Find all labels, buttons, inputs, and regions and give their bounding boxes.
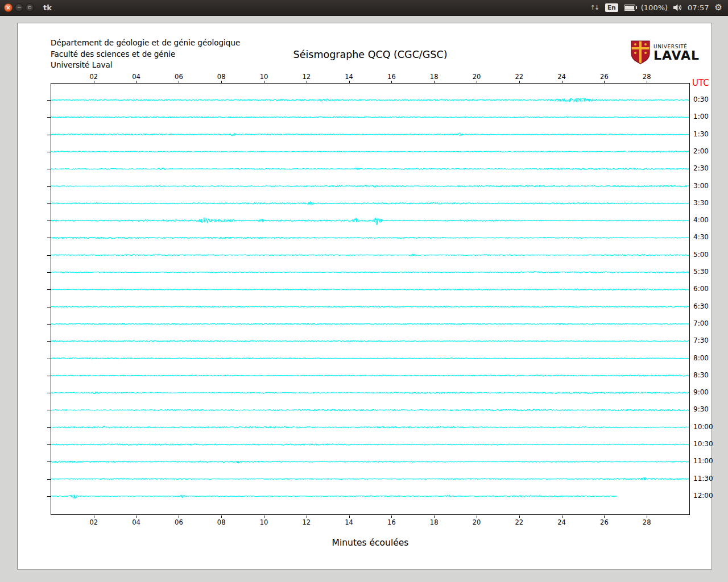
utc-time-label: 5:30 (693, 268, 709, 276)
utc-time-label: 2:30 (693, 164, 709, 172)
x-tick-mark (562, 516, 562, 518)
x-tick-label: 24 (557, 73, 566, 81)
x-tick-mark (349, 516, 350, 518)
trace-tick-mark (47, 376, 51, 376)
volume-icon[interactable] (673, 4, 682, 11)
x-tick-mark (307, 516, 307, 518)
trace-tick-mark (47, 307, 51, 307)
trace-tick-mark (47, 359, 51, 359)
laval-logo: UNIVERSITÉ LAVAL (631, 40, 700, 64)
utc-time-label: 7:00 (693, 319, 709, 327)
trace-tick-mark (47, 169, 51, 169)
utc-time-label: 2:00 (693, 147, 709, 155)
utc-time-label: 12:00 (693, 492, 713, 500)
trace-tick-mark (47, 427, 51, 428)
x-tick-label: 24 (557, 518, 566, 526)
trace-tick-mark (47, 289, 51, 290)
trace-tick-mark (47, 324, 51, 325)
trace-tick-mark (47, 341, 51, 342)
x-tick-mark (434, 81, 435, 83)
x-tick-label: 14 (345, 518, 353, 526)
x-tick-label: 28 (643, 518, 651, 526)
maximize-button[interactable] (26, 3, 34, 12)
trace-tick-mark (47, 100, 51, 101)
battery-percentage: (100%) (641, 3, 668, 12)
utc-time-label: 11:00 (693, 457, 713, 465)
trace-tick-mark (47, 203, 51, 204)
x-tick-mark (94, 516, 94, 518)
page-title: Séismographe QCQ (CGC/GSC) (51, 49, 690, 60)
utc-time-label: 10:30 (693, 440, 713, 448)
utc-time-label: 9:30 (693, 405, 709, 413)
trace-tick-mark (47, 479, 51, 480)
utc-time-label: 8:00 (693, 354, 709, 362)
utc-time-label: 11:30 (693, 475, 713, 483)
utc-time-label: 4:00 (693, 216, 709, 224)
x-tick-label: 02 (89, 73, 98, 81)
x-tick-label: 16 (387, 518, 396, 526)
x-tick-mark (349, 81, 350, 83)
close-button[interactable]: × (4, 3, 13, 12)
trace-tick-mark (47, 238, 51, 238)
x-tick-label: 04 (132, 73, 140, 81)
seismogram-canvas (51, 84, 689, 514)
utc-time-label: 5:00 (693, 251, 709, 259)
x-tick-mark (221, 516, 222, 518)
session-gear-icon[interactable]: ⚙ (715, 3, 722, 12)
clock[interactable]: 07:57 (688, 3, 709, 12)
trace-tick-mark (47, 272, 51, 273)
x-tick-mark (94, 81, 94, 83)
x-tick-label: 20 (473, 73, 481, 81)
utc-label: UTC (692, 78, 709, 88)
x-tick-label: 02 (89, 518, 98, 526)
window-title: tk (43, 3, 52, 12)
laval-shield-icon (631, 40, 650, 64)
x-tick-label: 28 (643, 73, 651, 81)
x-tick-mark (179, 516, 179, 518)
x-tick-mark (477, 81, 477, 83)
x-tick-label: 22 (515, 73, 523, 81)
x-tick-mark (264, 516, 264, 518)
x-tick-mark (221, 81, 222, 83)
utc-time-label: 3:30 (693, 199, 709, 207)
keyboard-layout-indicator[interactable]: En (605, 3, 618, 12)
institution-line-1: Département de géologie et de génie géol… (51, 38, 240, 49)
x-tick-label: 10 (260, 518, 268, 526)
x-tick-mark (477, 516, 477, 518)
laval-logo-text: UNIVERSITÉ LAVAL (653, 44, 700, 61)
trace-tick-mark (47, 255, 51, 256)
x-tick-mark (519, 516, 520, 518)
battery-icon[interactable] (624, 5, 635, 11)
x-tick-label: 06 (175, 73, 183, 81)
speaker-icon (673, 4, 682, 11)
x-tick-mark (264, 81, 264, 83)
trace-tick-mark (47, 410, 51, 410)
trace-tick-mark (47, 462, 51, 462)
utc-time-label: 0:30 (693, 95, 709, 103)
x-tick-label: 06 (175, 518, 183, 526)
x-tick-label: 12 (302, 73, 311, 81)
plot-frame (51, 83, 690, 515)
trace-tick-mark (47, 221, 51, 221)
x-tick-mark (391, 516, 392, 518)
logo-laval-label: LAVAL (653, 49, 700, 61)
x-tick-label: 18 (430, 518, 439, 526)
minimize-icon (18, 7, 21, 8)
system-tray: ↑↓ En (100%) 07:57 ⚙ (590, 3, 722, 12)
trace-tick-mark (47, 393, 51, 393)
maximize-icon (28, 6, 31, 9)
institution-line-3: Université Laval (51, 60, 240, 71)
minimize-button[interactable] (15, 3, 23, 12)
utc-time-label: 8:30 (693, 371, 709, 379)
x-tick-label: 18 (430, 73, 439, 81)
trace-tick-mark (47, 496, 51, 497)
x-tick-label: 12 (302, 518, 311, 526)
utc-time-label: 4:30 (693, 233, 709, 241)
utc-time-label: 1:00 (693, 113, 709, 120)
x-tick-label: 26 (600, 518, 609, 526)
utc-time-label: 1:30 (693, 130, 709, 138)
x-tick-mark (391, 81, 392, 83)
x-tick-label: 16 (387, 73, 396, 81)
updown-arrows-icon[interactable]: ↑↓ (590, 4, 599, 11)
trace-tick-mark (47, 117, 51, 118)
